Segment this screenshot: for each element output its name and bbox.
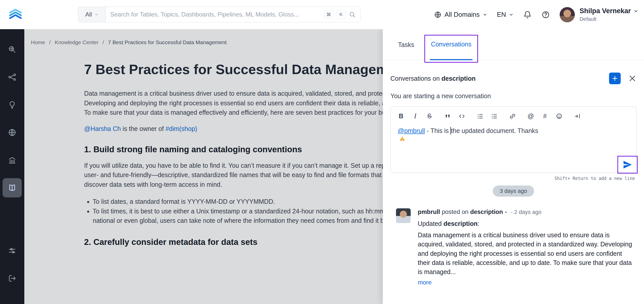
search-scope-label: All xyxy=(85,11,92,18)
post-content: pmbrull posted on description•- 2 days a… xyxy=(418,208,635,286)
sidebar-item-domains[interactable] xyxy=(3,123,22,142)
activity-drawer: Tasks Conversations Conversations on des… xyxy=(383,29,644,304)
chevron-down-icon xyxy=(94,12,99,16)
search-scope-dropdown[interactable]: All xyxy=(78,7,105,22)
editor-text-area[interactable]: @pmbrull - This is the updated document.… xyxy=(391,122,636,147)
notifications-bell-icon[interactable] xyxy=(523,10,532,19)
drawer-backdrop[interactable] xyxy=(24,29,383,304)
post-action-text: posted on xyxy=(440,208,470,215)
italic-button[interactable]: I xyxy=(412,112,419,120)
app-screen: All ⌘ K All Domains EN xyxy=(0,0,644,304)
shortcut-cmd-key: ⌘ xyxy=(324,10,333,19)
language-dropdown[interactable]: EN xyxy=(497,11,514,19)
help-icon[interactable] xyxy=(541,10,550,19)
app-logo-icon[interactable] xyxy=(8,7,23,22)
editor-mention-link[interactable]: @pmbrull xyxy=(398,127,425,134)
tab-tasks[interactable]: Tasks xyxy=(397,29,415,60)
left-nav-sidebar xyxy=(0,29,24,304)
comment-editor[interactable]: B I S 123 @ # xyxy=(390,106,636,173)
sidebar-item-observability[interactable] xyxy=(3,95,22,114)
code-icon xyxy=(459,113,465,120)
post-updated-prefix: Updated xyxy=(418,220,443,227)
domains-dropdown[interactable]: All Domains xyxy=(434,11,487,19)
sidebar-item-lineage[interactable] xyxy=(3,67,22,87)
sidebar-item-govern[interactable] xyxy=(3,150,22,170)
shortcut-k-key: K xyxy=(336,10,346,19)
send-button[interactable] xyxy=(622,160,633,170)
emoji-smile-icon xyxy=(556,113,562,120)
sidebar-item-settings[interactable] xyxy=(3,241,22,260)
time-divider-row: 3 days ago xyxy=(383,185,644,197)
bank-icon xyxy=(8,156,16,164)
sidebar-item-explore[interactable] xyxy=(3,40,22,59)
editor-text-after: the updated document. Thanks xyxy=(451,127,538,134)
code-block-button[interactable] xyxy=(459,113,465,120)
post-field-name: description xyxy=(470,208,503,215)
hashtag-button[interactable]: # xyxy=(542,112,548,120)
conversations-title: Conversations on description xyxy=(390,75,609,82)
lineage-nodes-icon xyxy=(8,73,16,81)
search-input[interactable] xyxy=(110,11,321,18)
drawer-tabs: Tasks Conversations xyxy=(383,29,644,60)
annotation-box-conversations xyxy=(424,35,478,63)
bullet-list-button[interactable] xyxy=(491,113,498,120)
lightbulb-icon xyxy=(8,100,16,109)
search-icon[interactable] xyxy=(349,11,356,18)
add-conversation-button[interactable] xyxy=(609,73,621,84)
globe-icon xyxy=(434,11,442,19)
link-icon xyxy=(509,113,516,120)
sidebar-item-logout[interactable] xyxy=(3,269,22,288)
close-drawer-button[interactable] xyxy=(628,74,636,82)
logout-icon xyxy=(8,274,16,283)
post-author-name[interactable]: pmbrull xyxy=(418,208,440,215)
insert-paragraph-button[interactable] xyxy=(574,113,581,120)
plus-icon xyxy=(612,75,618,81)
domains-label: All Domains xyxy=(445,11,480,19)
globe-icon xyxy=(8,128,16,137)
post-updated-suffix: : xyxy=(478,220,479,227)
blockquote-button[interactable] xyxy=(444,113,451,120)
editor-toolbar: B I S 123 @ # xyxy=(391,107,636,122)
new-conversation-text: You are starting a new conversation xyxy=(390,92,636,100)
post-timestamp: - 2 days ago xyxy=(511,209,541,215)
user-role: Default xyxy=(579,16,638,22)
global-search: All ⌘ K xyxy=(78,7,361,22)
post-header: pmbrull posted on description•- 2 days a… xyxy=(418,208,635,215)
folded-hands-emoji xyxy=(399,136,406,143)
insert-paragraph-icon xyxy=(574,113,581,120)
link-button[interactable] xyxy=(509,113,516,120)
more-link[interactable]: more xyxy=(418,279,635,286)
ordered-list-button[interactable]: 123 xyxy=(477,113,483,120)
user-name: Shilpa Vernekar xyxy=(579,7,631,15)
ordered-list-icon: 123 xyxy=(477,113,483,120)
sliders-icon xyxy=(8,246,16,255)
sidebar-item-knowledge-center[interactable] xyxy=(3,178,22,197)
annotation-box-send xyxy=(617,156,638,174)
tab-conversations[interactable]: Conversations xyxy=(430,29,472,60)
bullet-list-icon xyxy=(491,113,498,120)
send-icon xyxy=(622,160,633,170)
search-input-box: ⌘ K xyxy=(105,7,361,22)
user-profile-menu[interactable]: Shilpa Vernekar Default xyxy=(560,7,638,22)
svg-text:3: 3 xyxy=(478,117,479,119)
post-author-avatar xyxy=(396,208,411,223)
post-updated-line: Updated description: xyxy=(418,220,635,227)
conversation-post: pmbrull posted on description•- 2 days a… xyxy=(396,208,635,286)
chevron-down-icon xyxy=(483,12,487,17)
conversations-title-field: description xyxy=(442,75,476,82)
post-dot-separator: • xyxy=(505,209,507,215)
tab-conversations-label: Conversations xyxy=(431,41,471,48)
bold-button[interactable]: B xyxy=(398,112,404,120)
time-divider-pill: 3 days ago xyxy=(493,185,534,197)
emoji-button[interactable] xyxy=(556,113,562,120)
book-icon xyxy=(8,183,16,192)
editor-text-before: - This is xyxy=(425,127,450,134)
post-body-text: Data management is a critical business d… xyxy=(418,230,635,276)
top-bar: All ⌘ K All Domains EN xyxy=(0,0,644,29)
strikethrough-button[interactable]: S xyxy=(426,112,433,120)
quote-icon xyxy=(444,113,451,120)
mention-button[interactable]: @ xyxy=(527,112,534,120)
editor-hint: Shift+ Return to add a new line xyxy=(383,176,635,181)
user-name-block: Shilpa Vernekar Default xyxy=(579,7,638,22)
post-updated-field: description xyxy=(443,220,478,227)
